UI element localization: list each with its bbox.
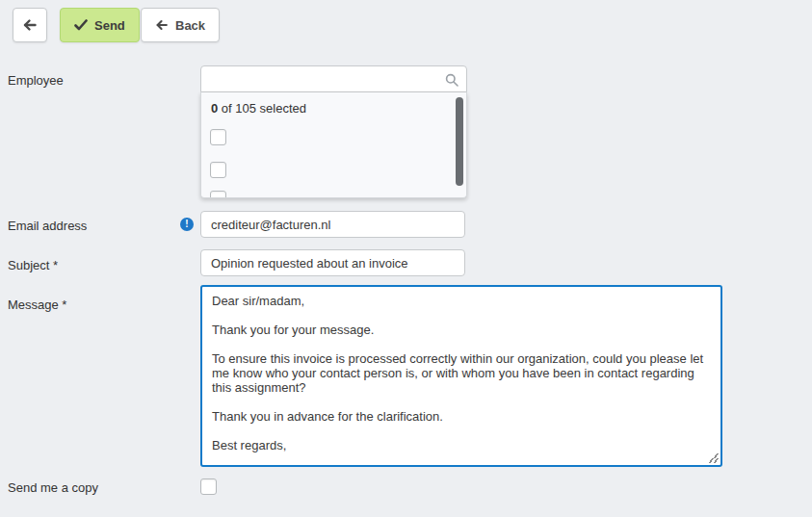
- send-copy-label: Send me a copy: [8, 480, 98, 495]
- employee-multiselect: 0 of 105 selected: [200, 65, 467, 198]
- email-field[interactable]: [200, 211, 465, 238]
- employee-dropdown-panel: 0 of 105 selected: [200, 92, 467, 198]
- send-button[interactable]: Send: [60, 8, 140, 42]
- employee-option-checkbox[interactable]: [210, 191, 226, 198]
- send-copy-checkbox[interactable]: [200, 478, 217, 495]
- info-icon[interactable]: !: [180, 218, 194, 231]
- check-icon: [74, 19, 88, 31]
- employee-option-checkbox[interactable]: [210, 162, 226, 178]
- subject-field[interactable]: [200, 249, 465, 276]
- employee-label: Employee: [8, 73, 64, 88]
- subject-label: Subject *: [8, 258, 58, 272]
- search-icon: [445, 73, 458, 87]
- employee-selected-count: 0 of 105 selected: [211, 101, 306, 116]
- email-label: Email address: [8, 219, 87, 233]
- scrollbar-thumb[interactable]: [456, 97, 463, 186]
- back-button[interactable]: Back: [141, 8, 220, 42]
- arrow-left-icon: [22, 17, 38, 33]
- message-field-wrapper: Dear sir/madam, Thank you for your messa…: [200, 285, 722, 467]
- arrow-left-icon: [155, 18, 169, 32]
- back-button-label: Back: [175, 18, 205, 33]
- employee-search-field: [200, 65, 467, 92]
- send-invoice-email-form: Send Back Employee 0 of 105 selected: [0, 0, 812, 517]
- message-field[interactable]: Dear sir/madam, Thank you for your messa…: [200, 285, 722, 467]
- resize-handle-icon[interactable]: [709, 453, 719, 463]
- back-arrow-button[interactable]: [13, 8, 47, 42]
- send-button-label: Send: [94, 18, 125, 33]
- message-label: Message *: [8, 297, 66, 312]
- employee-option-checkbox[interactable]: [210, 129, 226, 145]
- employee-search-input[interactable]: [201, 66, 466, 91]
